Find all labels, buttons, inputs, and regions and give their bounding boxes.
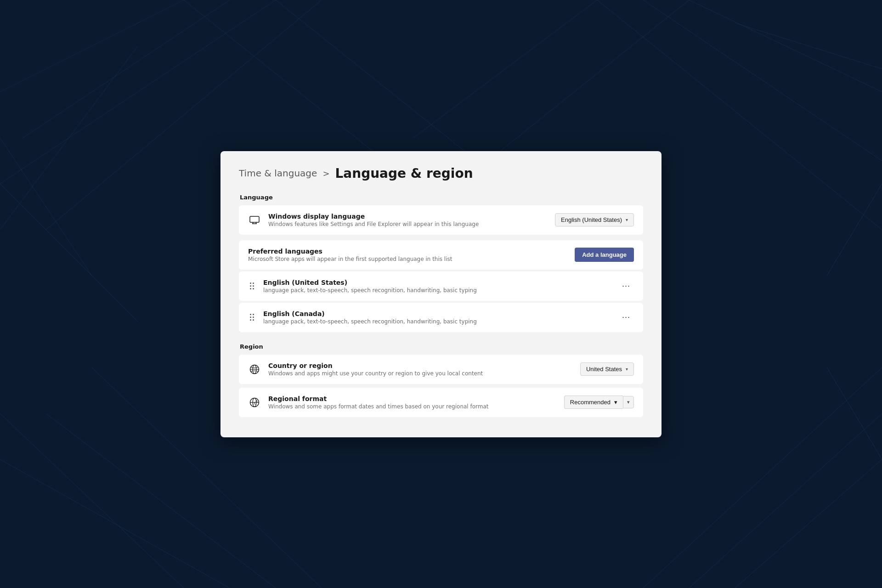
english-us-more-button[interactable]: ···: [618, 279, 634, 293]
language-section-label: Language: [239, 194, 643, 201]
windows-display-language-content: Windows display language Windows feature…: [268, 213, 548, 227]
drag-handle-english-us[interactable]: [248, 281, 256, 291]
regional-format-icon: A あ: [248, 396, 261, 409]
chevron-down-icon: ▾: [626, 217, 628, 222]
drag-dot: [253, 314, 254, 315]
language-item-english-ca: English (Canada) language pack, text-to-…: [239, 303, 643, 332]
preferred-languages-text: Preferred languages Microsoft Store apps…: [248, 248, 452, 262]
english-ca-title: English (Canada): [263, 310, 611, 317]
country-or-region-dropdown[interactable]: United States ▾: [580, 362, 634, 376]
country-or-region-title: Country or region: [268, 362, 573, 369]
region-section-label: Region: [239, 343, 643, 350]
regional-format-desc: Windows and some apps format dates and t…: [268, 403, 557, 410]
regional-format-title: Regional format: [268, 395, 557, 402]
region-section: Region Country or region Windows and app…: [239, 343, 643, 417]
country-or-region-card: Country or region Windows and apps might…: [239, 355, 643, 384]
drag-dot: [253, 288, 254, 289]
breadcrumb-separator: >: [322, 169, 329, 178]
country-or-region-action: United States ▾: [580, 362, 634, 376]
drag-dot: [253, 317, 254, 318]
drag-dot: [253, 319, 254, 321]
add-language-button[interactable]: Add a language: [575, 248, 634, 262]
settings-panel: Time & language > Language & region Lang…: [220, 151, 662, 437]
english-ca-more-button[interactable]: ···: [618, 311, 634, 324]
drag-handle-english-ca[interactable]: [248, 312, 256, 322]
windows-display-language-title: Windows display language: [268, 213, 548, 220]
country-or-region-content: Country or region Windows and apps might…: [268, 362, 573, 377]
drag-dot: [250, 288, 251, 289]
windows-display-language-desc: Windows features like Settings and File …: [268, 221, 548, 227]
preferred-languages-desc: Microsoft Store apps will appear in the …: [248, 256, 452, 262]
english-us-content: English (United States) language pack, t…: [263, 279, 611, 294]
regional-format-dropdown[interactable]: Recommended ▾: [564, 396, 623, 409]
drag-dot: [250, 317, 251, 318]
windows-display-language-action: English (United States) ▾: [555, 213, 634, 226]
preferred-languages-title: Preferred languages: [248, 248, 452, 255]
drag-dot: [250, 285, 251, 287]
drag-dot: [253, 283, 254, 284]
drag-dot: [250, 283, 251, 284]
drag-dot: [250, 314, 251, 315]
language-item-english-us: English (United States) language pack, t…: [239, 271, 643, 301]
preferred-languages-header: Preferred languages Microsoft Store apps…: [239, 240, 643, 270]
english-us-title: English (United States): [263, 279, 611, 286]
regional-format-value: Recommended: [570, 399, 611, 406]
country-or-region-desc: Windows and apps might use your country …: [268, 370, 573, 377]
chevron-down-icon: ▾: [614, 399, 617, 406]
drag-dot: [250, 319, 251, 321]
english-ca-content: English (Canada) language pack, text-to-…: [263, 310, 611, 325]
breadcrumb-current: Language & region: [335, 166, 473, 181]
regional-format-expand-button[interactable]: ▾: [623, 396, 634, 408]
regional-format-action: Recommended ▾ ▾: [564, 396, 634, 409]
breadcrumb: Time & language > Language & region: [239, 166, 643, 181]
windows-display-language-dropdown[interactable]: English (United States) ▾: [555, 213, 634, 226]
windows-display-language-value: English (United States): [561, 216, 622, 223]
drag-dot: [253, 285, 254, 287]
regional-format-content: Regional format Windows and some apps fo…: [268, 395, 557, 410]
svg-text:あ: あ: [255, 400, 258, 403]
regional-format-card: A あ Regional format Windows and some app…: [239, 388, 643, 417]
windows-display-language-card: Windows display language Windows feature…: [239, 205, 643, 235]
chevron-down-icon: ▾: [626, 367, 628, 372]
country-or-region-value: United States: [586, 366, 622, 373]
globe-icon: [248, 363, 261, 376]
monitor-icon: [248, 214, 261, 226]
english-ca-desc: language pack, text-to-speech, speech re…: [263, 318, 611, 325]
chevron-down-icon: ▾: [627, 399, 630, 405]
svg-rect-30: [250, 216, 259, 222]
english-us-desc: language pack, text-to-speech, speech re…: [263, 287, 611, 294]
breadcrumb-parent: Time & language: [239, 168, 317, 179]
